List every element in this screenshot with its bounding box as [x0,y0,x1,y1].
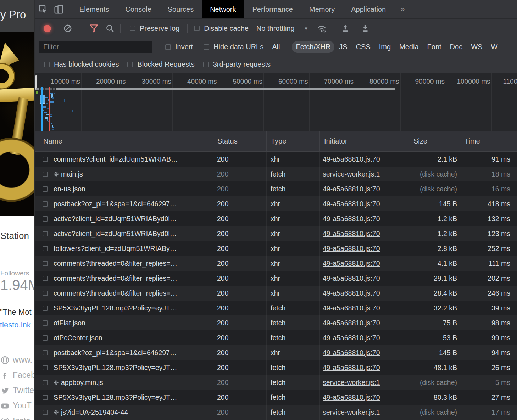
invert-checkbox[interactable]: Invert [165,43,193,51]
tab-memory[interactable]: Memory [301,0,343,18]
checkbox[interactable] [44,62,50,67]
column-header-time[interactable]: Time [461,131,517,151]
initiator-link[interactable]: 49-a5a68810.js:70 [323,259,380,268]
checkbox[interactable] [127,62,133,67]
search-icon[interactable] [102,19,118,38]
filter-type-fetchxhr[interactable]: Fetch/XHR [292,41,334,53]
filter-type-w[interactable]: W [487,41,501,53]
table-row[interactable]: SP5X3v3tyqPL.128.mp3?Policy=eyJT… 200 fe… [35,390,517,405]
request-name[interactable]: postback?oz_pl=1&spa=1&ci=646297… [54,349,213,357]
table-row[interactable]: appboy.min.js 200 fetch service-worker.j… [35,375,517,390]
row-checkbox[interactable] [43,172,48,177]
request-name[interactable]: comments?client_id=zdUqm51WRIAB… [54,155,213,163]
checkbox[interactable] [203,62,209,67]
table-row[interactable]: comments?threaded=0&filter_replies=… 200… [35,271,517,286]
row-checkbox[interactable] [43,291,48,296]
filter-type-img[interactable]: Img [375,41,395,53]
request-name[interactable]: postback?oz_pl=1&spa=1&ci=646297… [54,200,213,208]
initiator-link[interactable]: service-worker.js:1 [323,170,380,178]
initiator-link[interactable]: 49-a5a68810.js:70 [323,274,380,282]
tab-elements[interactable]: Elements [71,0,117,18]
initiator-link[interactable]: 49-a5a68810.js:70 [323,393,380,402]
tab-console[interactable]: Console [117,0,159,18]
hide-data-urls-checkbox[interactable]: Hide data URLs [204,43,263,51]
export-har-icon[interactable] [357,19,373,38]
filter-type-media[interactable]: Media [395,41,422,53]
initiator-link[interactable]: 49-a5a68810.js:70 [323,185,380,193]
column-header-status[interactable]: Status [213,131,267,151]
has-blocked-cookies-checkbox[interactable]: Has blocked cookies [44,60,119,68]
row-checkbox[interactable] [43,395,48,400]
device-toolbar-icon[interactable] [51,0,67,18]
timeline-overview[interactable]: 10000 ms20000 ms30000 ms40000 ms50000 ms… [35,73,517,131]
table-row[interactable]: comments?client_id=zdUqm51WRIAB… 200 xhr… [35,152,517,167]
filter-type-all[interactable]: All [268,41,284,53]
filter-type-js[interactable]: JS [335,41,351,53]
column-header-initiator[interactable]: Initiator [320,131,408,151]
table-row[interactable]: active?client_id=zdUqm51WRIAByd0l… 200 x… [35,226,517,241]
request-name[interactable]: comments?threaded=0&filter_replies=… [54,289,213,297]
social-link-twitter[interactable]: Twitte [1,383,35,398]
table-row[interactable]: postback?oz_pl=1&spa=1&ci=646297… 200 xh… [35,345,517,360]
request-name[interactable]: comments?threaded=0&filter_replies=… [54,259,213,268]
tab-sources[interactable]: Sources [160,0,202,18]
initiator-link[interactable]: 49-a5a68810.js:70 [323,230,380,238]
initiator-link[interactable]: service-worker.js:1 [323,379,380,387]
initiator-link[interactable]: 49-a5a68810.js:70 [323,304,380,312]
checkbox[interactable] [130,26,135,31]
row-checkbox[interactable] [43,261,48,266]
row-checkbox[interactable] [43,380,48,385]
initiator-link[interactable]: 49-a5a68810.js:70 [323,200,380,208]
row-checkbox[interactable] [43,306,48,311]
tab-performance[interactable]: Performance [244,0,301,18]
blocked-requests-checkbox[interactable]: Blocked Requests [127,60,194,68]
table-row[interactable]: active?client_id=zdUqm51WRIAByd0l… 200 x… [35,211,517,226]
row-checkbox[interactable] [43,231,48,236]
bio-link[interactable]: tiesto.lnk [0,320,31,330]
throttling-select[interactable]: No throttling ▼ [256,24,308,33]
row-checkbox[interactable] [43,246,48,251]
request-name[interactable]: followers?client_id=zdUqm51WRIABy… [54,245,213,253]
request-name[interactable]: main.js [61,170,213,178]
column-header-size[interactable]: Size [408,131,461,151]
filter-toggle-icon[interactable] [85,19,102,38]
social-link-youtube[interactable]: YouT [1,398,35,413]
inspect-element-icon[interactable] [35,0,51,18]
table-row[interactable]: postback?oz_pl=1&spa=1&ci=646297… 200 xh… [35,196,517,211]
row-checkbox[interactable] [43,186,48,192]
tab-application[interactable]: Application [343,0,394,18]
checkbox[interactable] [194,26,200,31]
tab-network[interactable]: Network [202,0,244,18]
social-link-instagram[interactable]: Insta [1,413,35,420]
3rd-party-requests-checkbox[interactable]: 3rd-party requests [203,60,271,68]
row-checkbox[interactable] [43,350,48,355]
row-checkbox[interactable] [43,365,48,370]
initiator-link[interactable]: 49-a5a68810.js:70 [323,319,380,327]
table-row[interactable]: comments?threaded=0&filter_replies=… 200… [35,256,517,271]
table-row[interactable]: js?id=UA-2519404-44 200 fetch service-wo… [35,405,517,420]
row-checkbox[interactable] [43,410,48,415]
checkbox[interactable] [165,44,171,50]
column-header-name[interactable]: Name [35,131,213,151]
row-checkbox[interactable] [43,216,48,222]
initiator-link[interactable]: 49-a5a68810.js:70 [323,215,380,223]
column-header-type[interactable]: Type [267,131,320,151]
row-checkbox[interactable] [43,201,48,207]
table-row[interactable]: comments?threaded=0&filter_replies=… 200… [35,286,517,301]
row-checkbox[interactable] [43,276,48,281]
disable-cache-checkbox[interactable]: Disable cache [194,24,249,33]
request-name[interactable]: active?client_id=zdUqm51WRIAByd0l… [54,215,213,223]
initiator-link[interactable]: 49-a5a68810.js:70 [323,155,380,163]
initiator-link[interactable]: 49-a5a68810.js:70 [323,349,380,357]
initiator-link[interactable]: service-worker.js:1 [323,408,380,416]
request-name[interactable]: appboy.min.js [61,379,213,387]
social-link-facebook[interactable]: Faceb [1,368,35,383]
checkbox[interactable] [204,44,209,50]
table-row[interactable]: en-us.json 200 fetch 49-a5a68810.js:70 (… [35,181,517,196]
station-link[interactable]: Station [0,230,29,241]
more-tabs-icon[interactable]: » [394,5,411,14]
initiator-link[interactable]: 49-a5a68810.js:70 [323,245,380,253]
request-name[interactable]: otPcCenter.json [54,334,213,342]
table-row[interactable]: followers?client_id=zdUqm51WRIABy… 200 x… [35,241,517,256]
request-name[interactable]: active?client_id=zdUqm51WRIAByd0l… [54,230,213,238]
